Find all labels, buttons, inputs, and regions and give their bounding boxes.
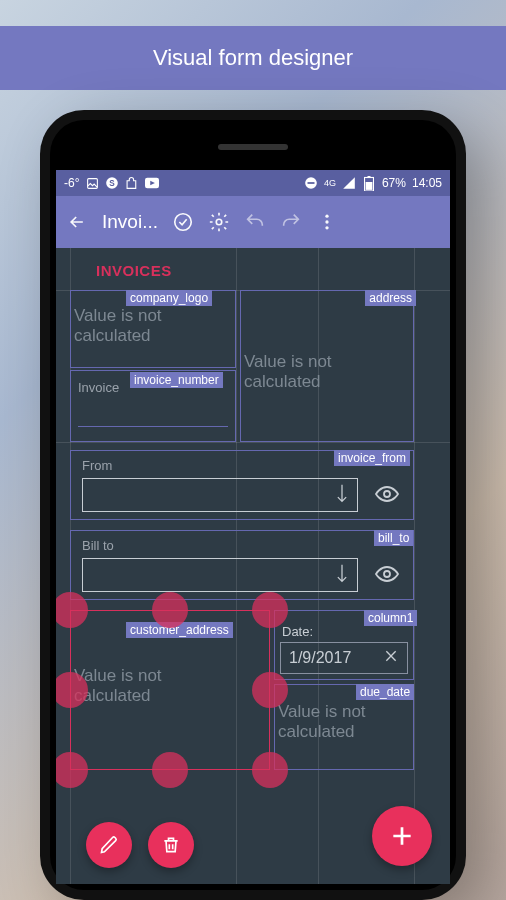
date-label: Date: [282,624,313,639]
edit-fab[interactable] [86,822,132,868]
battery-pct: 67% [382,176,406,190]
due-date-value: Value is not calculated [278,702,408,743]
signal-icon [342,176,356,190]
eye-icon[interactable] [374,564,400,584]
promo-title: Visual form designer [153,45,353,71]
resize-handle[interactable] [152,752,188,788]
svg-rect-0 [88,178,98,188]
tag-invoice-from: invoice_from [334,450,410,466]
svg-point-14 [384,491,390,497]
svg-point-12 [325,220,328,223]
tag-due-date: due_date [356,684,414,700]
eye-icon[interactable] [374,484,400,504]
delete-fab[interactable] [148,822,194,868]
resize-handle[interactable] [252,672,288,708]
skype-icon: S [105,176,119,190]
undo-icon[interactable] [244,211,266,233]
gear-icon[interactable] [208,211,230,233]
temperature: -6° [64,176,79,190]
company-logo-value: Value is not calculated [74,306,224,347]
svg-point-13 [325,226,328,229]
overflow-icon[interactable] [316,211,338,233]
section-title: INVOICES [96,262,172,279]
invoice-label: Invoice [78,380,119,395]
app-bar: Invoi... [56,196,450,248]
customer-address-value: Value is not calculated [74,666,234,707]
network-label: 4G [324,178,336,188]
clock: 14:05 [412,176,442,190]
svg-point-15 [384,571,390,577]
back-icon[interactable] [66,211,88,233]
status-bar: -6° S [56,170,450,196]
svg-rect-7 [367,176,370,178]
tag-bill-to: bill_to [374,530,413,546]
billto-dropdown[interactable] [82,558,358,592]
tag-company-logo: company_logo [126,290,212,306]
billto-label: Bill to [82,538,114,553]
resize-handle[interactable] [252,752,288,788]
device-frame: -6° S [40,110,466,900]
svg-rect-5 [307,182,314,184]
svg-point-10 [216,219,222,225]
date-value: 1/9/2017 [289,649,351,667]
svg-rect-8 [366,182,373,190]
screen: -6° S [56,170,450,884]
svg-point-9 [175,214,192,231]
resize-handle[interactable] [252,592,288,628]
image-icon [85,176,99,190]
tag-invoice-number: invoice_number [130,372,223,388]
from-dropdown[interactable] [82,478,358,512]
tag-column1: column1 [364,610,417,626]
chevron-down-icon [335,483,349,507]
redo-icon[interactable] [280,211,302,233]
address-value: Value is not calculated [244,352,394,393]
svg-text:S: S [110,179,116,188]
tag-address: address [365,290,416,306]
add-fab[interactable] [372,806,432,866]
resize-handle[interactable] [56,752,88,788]
dnd-icon [304,176,318,190]
svg-point-11 [325,215,328,218]
from-label: From [82,458,112,473]
check-circle-icon[interactable] [172,211,194,233]
promo-banner: Visual form designer [0,26,506,90]
app-title: Invoi... [102,211,158,233]
bag-icon [125,176,139,190]
design-canvas[interactable]: INVOICES company_logo Value is not calcu… [56,248,450,884]
youtube-icon [145,176,159,190]
date-input[interactable]: 1/9/2017 [280,642,408,674]
chevron-down-icon [335,563,349,587]
battery-icon [362,176,376,190]
resize-handle[interactable] [152,592,188,628]
clear-icon[interactable] [383,648,399,668]
